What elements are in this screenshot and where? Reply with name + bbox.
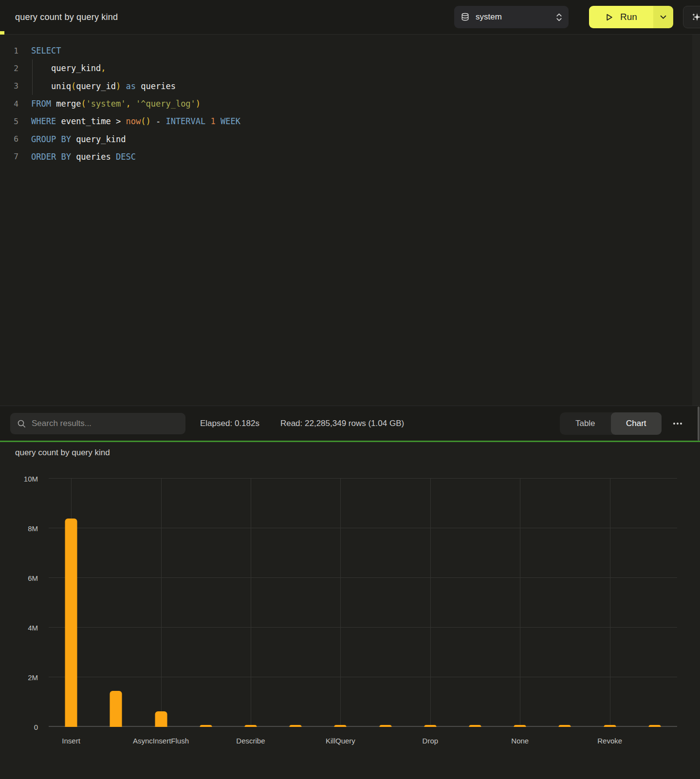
code-line: 3 uniq(query_id) as queries xyxy=(0,77,700,95)
code-line: 2 query_kind, xyxy=(0,59,700,77)
y-gridline xyxy=(49,677,677,677)
bar-unlabeled-13[interactable] xyxy=(648,725,661,727)
bar-KillQuery[interactable] xyxy=(334,725,347,727)
code-line: 6GROUP BY query_kind xyxy=(0,130,700,148)
code-line: 5WHERE event_time > now() - INTERVAL 1 W… xyxy=(0,112,700,130)
x-gridline xyxy=(430,479,431,727)
results-toolbar: Elapsed: 0.182s Read: 22,285,349 rows (1… xyxy=(0,406,700,441)
line-number: 2 xyxy=(0,64,18,73)
bar-Drop[interactable] xyxy=(424,725,436,727)
x-axis-label: KillQuery xyxy=(326,737,355,745)
database-selector-value: system xyxy=(476,12,556,22)
code-text: query_kind, xyxy=(18,63,106,73)
line-number: 6 xyxy=(0,134,18,144)
code-text: ORDER BY queries DESC xyxy=(18,152,136,162)
play-icon xyxy=(605,13,613,21)
elapsed-stat: Elapsed: 0.182s xyxy=(200,419,259,428)
code-text: FROM merge('system', '^query_log') xyxy=(18,99,201,109)
line-number: 7 xyxy=(0,152,18,161)
x-axis-label: Insert xyxy=(62,737,80,745)
y-axis-label: 10M xyxy=(24,475,38,483)
x-axis-label: AsyncInsertFlush xyxy=(133,737,189,745)
code-text: GROUP BY query_kind xyxy=(18,134,126,144)
y-gridline xyxy=(49,577,677,578)
dot-icon xyxy=(673,423,675,425)
bar-AsyncInsertFlush[interactable] xyxy=(155,711,167,727)
y-gridline xyxy=(49,627,677,628)
dot-icon xyxy=(677,423,679,425)
code-line: 4FROM merge('system', '^query_log') xyxy=(0,95,700,112)
x-gridline xyxy=(161,479,162,727)
x-axis-label: Revoke xyxy=(597,737,622,745)
page-scrollbar-thumb[interactable] xyxy=(698,407,700,441)
left-edge-accent xyxy=(0,31,4,35)
run-options-button[interactable] xyxy=(653,6,673,28)
run-button[interactable]: Run xyxy=(589,6,653,28)
indent-guide xyxy=(32,59,33,95)
x-gridline xyxy=(251,479,251,727)
read-stat: Read: 22,285,349 rows (1.04 GB) xyxy=(280,419,404,428)
search-icon xyxy=(17,419,26,428)
y-axis-label: 0 xyxy=(34,723,38,731)
chart-title: query count by query kind xyxy=(15,448,110,458)
x-axis-label: Drop xyxy=(423,737,439,745)
code-text: WHERE event_time > now() - INTERVAL 1 WE… xyxy=(18,116,240,126)
run-button-label: Run xyxy=(620,12,637,22)
y-gridline xyxy=(49,478,677,479)
search-results-input[interactable] xyxy=(32,419,168,428)
y-gridline xyxy=(49,528,677,528)
page-title: query count by query kind xyxy=(15,12,118,22)
bar-None[interactable] xyxy=(514,725,526,727)
ai-assistant-button[interactable] xyxy=(683,6,700,28)
code-text: SELECT xyxy=(18,46,61,56)
editor-header: query count by query kind system xyxy=(0,0,700,35)
bar-unlabeled-11[interactable] xyxy=(559,725,571,727)
y-axis-label: 2M xyxy=(28,673,38,682)
line-number: 1 xyxy=(0,46,18,56)
chart-panel: query count by query kind 02M4M6M8M10MIn… xyxy=(0,442,700,779)
bar-Revoke[interactable] xyxy=(604,725,616,727)
bar-unlabeled-9[interactable] xyxy=(469,725,481,727)
database-selector[interactable]: system xyxy=(454,6,569,28)
x-axis-label: None xyxy=(511,737,529,745)
y-axis-label: 6M xyxy=(28,574,38,582)
x-axis-label: Describe xyxy=(236,737,265,745)
bar-Describe[interactable] xyxy=(244,725,257,727)
updown-chevron-icon xyxy=(556,13,562,22)
tab-chart[interactable]: Chart xyxy=(611,412,662,435)
line-number: 4 xyxy=(0,99,18,109)
editor-lines: 1SELECT2 query_kind,3 uniq(query_id) as … xyxy=(0,42,700,166)
database-icon xyxy=(461,12,470,22)
code-line: 1SELECT xyxy=(0,42,700,59)
x-gridline xyxy=(610,479,610,727)
search-results-box[interactable] xyxy=(10,413,185,434)
chevron-down-icon xyxy=(660,15,666,19)
x-axis-line xyxy=(49,726,677,727)
bar-unlabeled-1[interactable] xyxy=(110,691,122,727)
tab-table[interactable]: Table xyxy=(560,412,611,435)
chart-plot: 02M4M6M8M10MInsertAsyncInsertFlushDescri… xyxy=(49,479,677,727)
header-actions: system Run xyxy=(454,6,700,28)
sparkle-icon xyxy=(691,12,700,22)
code-text: uniq(query_id) as queries xyxy=(18,81,176,91)
bar-unlabeled-5[interactable] xyxy=(290,725,302,727)
y-axis-label: 4M xyxy=(28,624,38,632)
line-number: 3 xyxy=(0,81,18,91)
line-number: 5 xyxy=(0,117,18,126)
dot-icon xyxy=(680,423,682,425)
bar-unlabeled-3[interactable] xyxy=(200,725,212,727)
more-options-button[interactable] xyxy=(672,420,683,427)
view-toggle: Table Chart xyxy=(560,412,662,435)
x-gridline xyxy=(520,479,520,727)
sql-editor[interactable]: 1SELECT2 query_kind,3 uniq(query_id) as … xyxy=(0,35,700,406)
y-axis-label: 8M xyxy=(28,524,38,533)
editor-scrollbar-track[interactable] xyxy=(692,35,700,406)
bar-unlabeled-7[interactable] xyxy=(379,725,391,727)
code-line: 7ORDER BY queries DESC xyxy=(0,148,700,166)
bar-Insert[interactable] xyxy=(65,519,77,727)
run-button-group: Run xyxy=(589,6,673,28)
query-console: query count by query kind system xyxy=(0,0,700,779)
x-gridline xyxy=(340,479,341,727)
